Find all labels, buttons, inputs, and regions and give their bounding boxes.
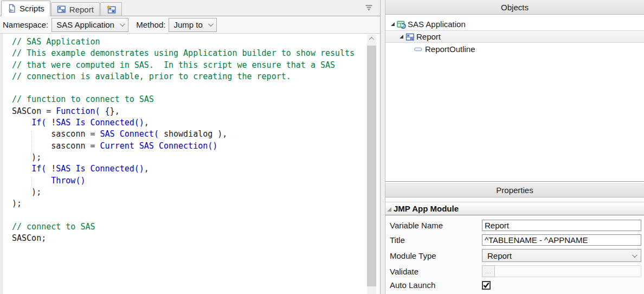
filter-icon[interactable]	[365, 4, 373, 11]
new-module-icon	[106, 5, 116, 14]
code-line: // SAS Application	[12, 36, 366, 48]
code-line: );	[12, 187, 366, 198]
scrollbar-thumb[interactable]	[367, 46, 376, 286]
report-icon	[405, 33, 416, 41]
code-line	[12, 209, 366, 221]
namespace-value: SAS Application	[56, 20, 114, 29]
title-label: Title	[390, 235, 482, 245]
objects-tree: SAS ApplicationReportReportOutline	[385, 15, 644, 181]
code-content: // SAS Application// This example demons…	[0, 34, 366, 294]
code-line: // This example demonstrates using Appli…	[12, 48, 366, 59]
code-line: );	[12, 198, 366, 209]
method-value: Jump to	[173, 20, 202, 29]
title-input[interactable]	[482, 234, 641, 246]
code-line	[12, 82, 366, 94]
variable-name-input[interactable]	[482, 220, 641, 231]
property-row-validate: Validate...	[390, 265, 641, 277]
module-section-header[interactable]: JMP App Module	[385, 202, 644, 215]
code-line: sasconn = Current SAS Connection()	[12, 140, 366, 152]
auto-launch-label: Auto Launch	[390, 280, 482, 290]
property-row-module-type: Module TypeReport	[390, 249, 641, 262]
tab-scripts-label: Scripts	[20, 4, 44, 13]
properties-panel-header: Properties	[385, 183, 644, 197]
tree-item-label: ReportOutline	[425, 44, 475, 54]
code-line: If( !SAS Is Connected(),	[12, 163, 366, 175]
chevron-down-icon	[120, 21, 125, 27]
chevron-down-icon	[632, 252, 637, 258]
expander-icon[interactable]	[397, 35, 405, 39]
tab-bar: Scripts Report	[0, 0, 380, 16]
code-line: // that were computed in SAS. In this sc…	[12, 60, 366, 71]
tab-report-label: Report	[69, 5, 94, 14]
module-type-value: Report	[487, 251, 512, 260]
validate-button[interactable]: ...	[482, 265, 495, 277]
validate-label: Validate	[390, 267, 482, 276]
code-line: // function to connect to SAS	[12, 94, 366, 105]
tree-item-report[interactable]: Report	[385, 30, 644, 43]
script-icon	[7, 4, 17, 13]
module-section-title: JMP App Module	[394, 204, 459, 213]
code-line: // connect to SAS	[12, 221, 366, 233]
module-type-label: Module Type	[390, 251, 482, 260]
pane-splitter[interactable]	[381, 0, 385, 294]
namespace-select[interactable]: SAS Application	[51, 18, 128, 32]
inspector-pane: Objects SAS ApplicationReportReportOutli…	[385, 0, 644, 294]
collapse-triangle-icon	[387, 207, 391, 212]
tab-scripts[interactable]: Scripts	[1, 1, 50, 16]
code-line: SASCon = Function( {},	[12, 106, 366, 117]
scripts-pane: Scripts Report Namespace: SAS Applicatio…	[0, 0, 381, 294]
outline-box-icon	[414, 45, 425, 54]
tab-report[interactable]: Report	[51, 2, 100, 16]
app-builder-window: Scripts Report Namespace: SAS Applicatio…	[0, 0, 644, 294]
property-row-variable-name: Variable Name	[390, 220, 641, 231]
script-toolbar: Namespace: SAS Application Method: Jump …	[0, 16, 380, 34]
properties-panel: Properties JMP App Module Variable NameT…	[385, 183, 644, 294]
method-label: Method:	[136, 20, 165, 29]
code-line: sasconn = SAS Connect( showdialog ),	[12, 129, 366, 140]
tree-item-report-outline[interactable]: ReportOutline	[385, 43, 644, 55]
editor-scrollbar[interactable]	[367, 34, 376, 294]
code-editor[interactable]: // SAS Application// This example demons…	[0, 34, 380, 294]
tab-new-module[interactable]	[100, 2, 122, 16]
module-type-select[interactable]: Report	[482, 249, 641, 262]
method-select[interactable]: Jump to	[169, 18, 216, 32]
properties-fields: Variable NameTitleModule TypeReportValid…	[385, 215, 644, 293]
objects-panel: Objects SAS ApplicationReportReportOutli…	[385, 0, 644, 181]
auto-launch-checkbox[interactable]	[482, 281, 491, 290]
code-line: SASCon;	[12, 233, 366, 244]
chevron-down-icon	[208, 21, 214, 27]
expander-icon[interactable]	[388, 22, 397, 26]
sas-application-icon	[397, 20, 408, 29]
tree-item-label: Report	[416, 32, 441, 41]
scroll-up-icon[interactable]	[367, 34, 376, 43]
variable-name-label: Variable Name	[390, 221, 482, 230]
tree-item-label: SAS Application	[408, 20, 466, 29]
property-row-auto-launch: Auto Launch	[390, 280, 641, 290]
property-row-title: Title	[390, 234, 641, 246]
tree-item-sas-application[interactable]: SAS Application	[385, 18, 644, 30]
code-line: Throw()	[12, 175, 366, 187]
code-line: );	[12, 152, 366, 163]
validate-input[interactable]	[495, 265, 641, 277]
code-line: // connection is available, prior to cre…	[12, 71, 366, 82]
code-line: If( !SAS Is Connected(),	[12, 117, 366, 129]
report-icon	[57, 5, 67, 14]
objects-panel-header: Objects	[385, 0, 644, 15]
namespace-label: Namespace:	[3, 20, 48, 29]
